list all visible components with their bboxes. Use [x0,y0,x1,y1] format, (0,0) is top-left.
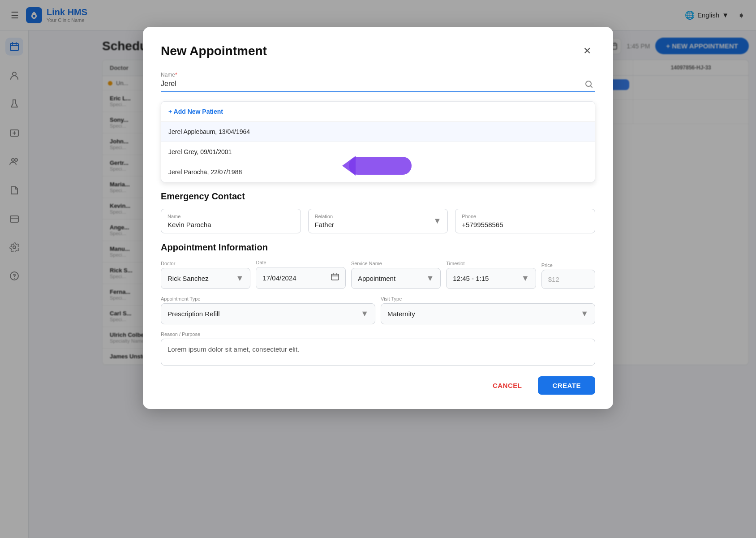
appt-type-dropdown-arrow: ▼ [361,309,369,318]
price-box: $12 [541,270,595,289]
service-name-value: Appointment [358,275,395,282]
emergency-relation-label: Relation [315,214,334,219]
name-form-group: Name* [161,72,595,92]
suggestion-item-0[interactable]: Jerel Applebaum, 13/04/1964 [161,122,595,142]
doctor-field: Doctor Rick Sanchez ▼ [161,261,250,289]
date-label: Date [256,260,345,265]
visit-type-value: Maternity [387,310,415,318]
appointment-row-2: Appointment Type Prescription Refill ▼ V… [161,296,595,324]
timeslot-label: Timeslot [446,261,536,266]
emergency-relation-field: Relation Father ▼ [308,209,448,233]
cancel-button[interactable]: CANCEL [482,376,533,395]
doctor-label: Doctor [161,261,250,266]
timeslot-field: Timeslot 12:45 - 1:15 ▼ [446,261,536,289]
emergency-phone-box[interactable]: Phone +5799558565 [455,209,595,233]
appt-type-label: Appointment Type [161,296,375,301]
price-label: Price [541,263,595,268]
suggestion-item-2[interactable]: Jerel Parocha, 22/07/1988 [161,162,595,182]
emergency-relation-inner: Relation Father [315,214,334,228]
emergency-phone-label: Phone [462,214,588,219]
modal-overlay: New Appointment ✕ Name* + Add New Patien… [0,0,756,538]
relation-dropdown-arrow: ▼ [434,216,442,226]
visit-type-label: Visit Type [381,296,595,301]
create-button[interactable]: CREATE [538,376,595,395]
emergency-contact-section: Emergency Contact Name Kevin Parocha Rel… [161,191,595,233]
date-field: Date 17/04/2024 [256,260,345,289]
service-name-label: Service Name [351,261,441,266]
doctor-select[interactable]: Rick Sanchez ▼ [161,268,250,289]
emergency-relation-box[interactable]: Relation Father ▼ [308,209,448,233]
appointment-row-1: Doctor Rick Sanchez ▼ Date 17/04/2024 [161,260,595,289]
service-dropdown-arrow: ▼ [426,274,434,283]
emergency-name-box[interactable]: Name Kevin Parocha [161,209,301,233]
date-input[interactable]: 17/04/2024 [256,267,345,289]
suggestion-item-1[interactable]: Jerel Grey, 09/01/2001 [161,142,595,162]
name-label: Name* [161,72,595,78]
name-input-wrapper [161,80,595,92]
service-name-field: Service Name Appointment ▼ [351,261,441,289]
emergency-phone-value: +5799558565 [462,221,588,228]
emergency-name-field: Name Kevin Parocha [161,209,301,233]
timeslot-dropdown-arrow: ▼ [521,274,529,283]
emergency-name-label: Name [168,214,294,219]
price-value: $12 [548,275,559,283]
add-new-patient-link[interactable]: + Add New Patient [161,102,595,122]
modal-footer: CANCEL CREATE [161,376,595,395]
emergency-phone-field: Phone +5799558565 [455,209,595,233]
doctor-value: Rick Sanchez [168,275,209,282]
suggestions-dropdown: + Add New Patient Jerel Applebaum, 13/04… [161,101,595,182]
appt-type-select[interactable]: Prescription Refill ▼ [161,303,375,324]
visit-type-dropdown-arrow: ▼ [580,309,588,318]
appt-type-field: Appointment Type Prescription Refill ▼ [161,296,375,324]
modal-title: New Appointment [161,44,267,58]
date-value: 17/04/2024 [262,274,296,282]
service-name-select[interactable]: Appointment ▼ [351,268,441,289]
appointment-info-title: Appointment Information [161,242,595,253]
visit-type-select[interactable]: Maternity ▼ [381,303,595,324]
svg-rect-15 [331,274,339,280]
appt-type-value: Prescription Refill [168,310,220,318]
doctor-dropdown-arrow: ▼ [236,274,244,283]
appointment-info-section: Appointment Information Doctor Rick Sanc… [161,242,595,366]
timeslot-value: 12:45 - 1:15 [453,275,489,282]
modal-close-button[interactable]: ✕ [579,43,595,59]
timeslot-select[interactable]: 12:45 - 1:15 ▼ [446,268,536,289]
name-input[interactable] [161,80,595,88]
emergency-contact-title: Emergency Contact [161,191,595,202]
svg-point-11 [586,81,591,86]
search-icon [584,80,593,91]
reason-textarea[interactable]: Lorem ipsum dolor sit amet, consectetur … [161,339,595,366]
reason-group: Reason / Purpose Lorem ipsum dolor sit a… [161,331,595,366]
emergency-name-value: Kevin Parocha [168,221,294,228]
reason-label: Reason / Purpose [161,331,595,337]
new-appointment-modal: New Appointment ✕ Name* + Add New Patien… [143,27,613,409]
price-field: Price $12 [541,263,595,289]
calendar-icon-small [331,273,339,283]
emergency-contact-row: Name Kevin Parocha Relation Father ▼ [161,209,595,233]
visit-type-field: Visit Type Maternity ▼ [381,296,595,324]
emergency-relation-value: Father [315,221,334,228]
modal-header: New Appointment ✕ [161,43,595,59]
